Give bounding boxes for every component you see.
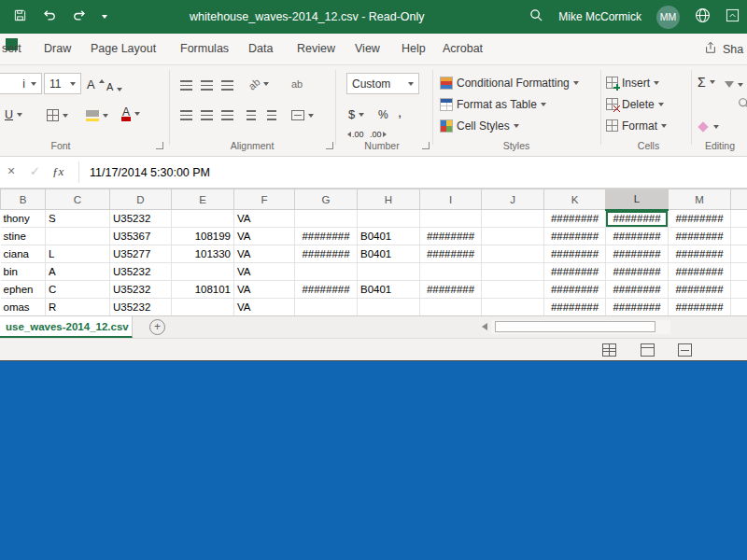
cell[interactable] [482,281,544,299]
autosum-button[interactable]: Σ [698,72,715,91]
undo-icon[interactable] [42,7,57,26]
cell[interactable]: VA [234,228,295,245]
view-normal-icon[interactable] [602,343,616,357]
cell[interactable]: C [46,281,110,299]
cell[interactable] [420,299,482,316]
cell[interactable]: ######## [669,245,731,263]
cell[interactable]: ######## [420,228,482,245]
tab-acrobat[interactable]: Acrobat [443,34,483,64]
column-header-h[interactable]: H [358,189,420,210]
cell[interactable]: ######## [606,245,669,263]
borders-button[interactable] [47,105,68,125]
underline-button[interactable]: U [5,105,22,124]
font-dialog-launcher-icon[interactable] [156,142,163,149]
cell[interactable] [731,210,747,228]
scrollbar-track[interactable] [491,320,670,334]
percent-style-button[interactable]: % [378,105,388,124]
globe-icon[interactable] [695,7,711,27]
scrollbar-thumb[interactable] [495,321,655,332]
cell[interactable]: ######## [544,281,606,299]
cell[interactable]: ciana [1,245,46,263]
number-format-combo[interactable]: Custom [346,73,419,94]
cell[interactable]: 108199 [172,228,234,245]
cell[interactable] [420,210,482,228]
cell[interactable]: ######## [420,245,482,263]
format-cells-button[interactable]: Format [606,116,667,135]
cell[interactable]: ######## [295,245,358,263]
orientation-button[interactable]: ab [248,74,269,93]
cell[interactable]: ######## [669,210,731,228]
align-bottom-button[interactable] [221,76,233,95]
cell[interactable]: ######## [606,263,669,281]
cell[interactable] [358,299,420,316]
cell[interactable]: stine [1,228,46,245]
column-header-e[interactable]: E [172,189,234,210]
horizontal-scrollbar[interactable] [480,320,670,334]
cell[interactable] [358,263,420,281]
cell[interactable]: U35277 [110,245,172,263]
insert-cells-button[interactable]: Insert [606,73,659,92]
cell[interactable]: ######## [295,281,358,299]
sort-filter-button[interactable] [725,75,743,94]
cell[interactable]: ######## [544,210,606,228]
column-header-m[interactable]: M [669,189,731,210]
cell[interactable]: ephen [1,281,46,299]
cell[interactable] [482,228,544,245]
merge-center-button[interactable] [291,105,314,125]
view-page-break-icon[interactable] [678,343,692,357]
avatar[interactable]: MM [656,6,680,29]
cell[interactable] [172,263,234,281]
ribbon-display-options-icon[interactable] [726,8,740,26]
font-name-combo[interactable]: i [0,73,42,94]
cell[interactable]: ######## [544,263,606,281]
cell[interactable]: ######## [669,228,731,245]
cell[interactable] [420,263,482,281]
cell[interactable]: U35232 [110,210,172,228]
cell[interactable]: VA [234,210,295,228]
cell[interactable]: L [46,245,110,263]
cell[interactable] [295,299,358,316]
format-as-table-button[interactable]: Format as Table [440,94,546,114]
font-color-button[interactable]: A [121,104,140,123]
cell[interactable] [731,299,747,316]
clear-button[interactable] [699,117,719,136]
cell[interactable]: VA [234,299,295,316]
column-header-b[interactable]: B [1,189,46,210]
cell[interactable] [295,210,358,228]
view-page-layout-icon[interactable] [641,343,655,357]
tab-view[interactable]: View [355,34,380,64]
tab-insert-partial[interactable]: sert [2,34,21,64]
cell[interactable] [172,210,234,228]
column-header-j[interactable]: J [482,189,544,210]
cell[interactable]: B0401 [358,228,420,245]
cell[interactable]: ######## [544,228,606,245]
cell[interactable]: ######## [606,281,669,299]
user-name[interactable]: Mike McCormick [558,10,641,23]
align-center-button[interactable] [201,105,213,125]
cell[interactable]: U35232 [110,263,172,281]
column-header-c[interactable]: C [46,189,110,210]
cell[interactable] [482,263,544,281]
delete-cells-button[interactable]: Delete [606,94,664,114]
cell[interactable]: VA [234,245,295,263]
cell[interactable] [358,210,420,228]
cell[interactable]: ######## [606,228,669,245]
column-header-g[interactable]: G [295,189,358,210]
formula-bar-value[interactable]: 11/17/2014 5:30:00 PM [90,157,210,189]
share-button[interactable]: Sha [704,34,743,64]
cell[interactable]: B0401 [358,281,420,299]
align-top-button[interactable] [180,76,192,95]
align-right-button[interactable] [221,105,233,125]
cell[interactable] [731,281,747,299]
tab-help[interactable]: Help [402,34,426,64]
cell[interactable]: U35232 [110,281,172,299]
wrap-text-button[interactable]: ab [291,74,303,93]
cell[interactable]: A [46,263,110,281]
cell[interactable]: ######## [420,281,482,299]
cell[interactable]: thony [1,210,46,228]
cell[interactable] [295,263,358,281]
scroll-left-icon[interactable] [482,323,487,330]
insert-function-icon[interactable]: ƒx [52,164,63,179]
align-middle-button[interactable] [201,76,213,95]
find-select-button[interactable] [738,93,747,113]
